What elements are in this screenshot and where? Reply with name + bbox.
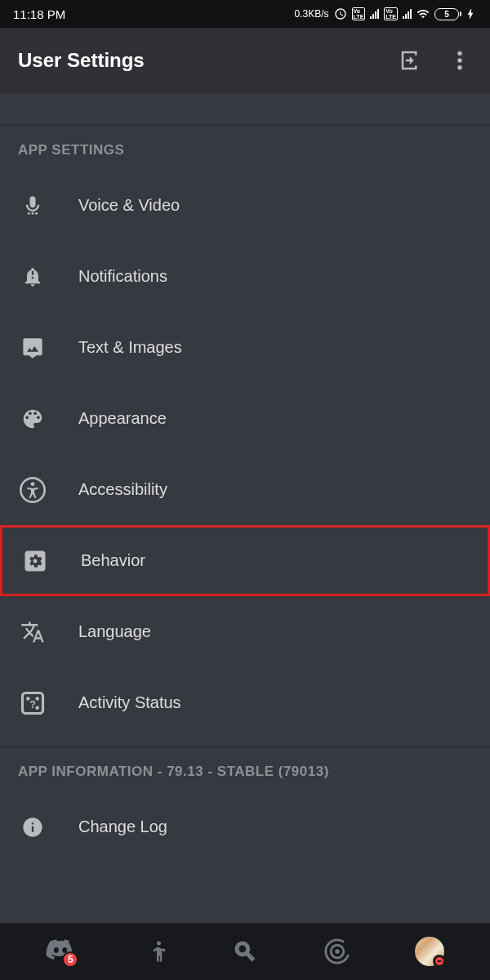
battery-icon: 5	[434, 8, 459, 20]
svg-point-11	[35, 697, 39, 701]
settings-item-change-log[interactable]: Change Log	[0, 791, 490, 862]
svg-point-12	[35, 706, 39, 710]
settings-item-voice-video[interactable]: Voice & Video	[0, 170, 490, 241]
gear-box-icon	[20, 546, 50, 576]
svg-point-7	[31, 482, 35, 486]
header-actions	[399, 48, 472, 73]
svg-point-3	[28, 212, 30, 214]
more-button[interactable]	[448, 48, 472, 73]
exit-button[interactable]	[399, 48, 423, 73]
search-icon	[233, 939, 257, 964]
nav-profile[interactable]	[412, 933, 448, 969]
nav-friends[interactable]	[135, 933, 171, 969]
svg-point-4	[31, 212, 33, 214]
svg-point-0	[457, 51, 461, 56]
settings-item-label: Language	[78, 622, 151, 641]
status-indicators: 0.3KB/s VoLTE VoLTE 5	[295, 7, 477, 20]
settings-item-label: Accessibility	[78, 480, 167, 499]
avatar	[415, 937, 444, 966]
volte-icon-2: VoLTE	[384, 7, 398, 20]
info-icon	[18, 813, 47, 842]
dice-icon: ?	[18, 688, 47, 718]
palette-icon	[18, 404, 47, 434]
bottom-nav: 5	[0, 923, 490, 980]
svg-point-16	[335, 949, 340, 954]
settings-item-activity-status[interactable]: ? Activity Status	[0, 667, 490, 738]
settings-item-label: Activity Status	[78, 693, 181, 712]
settings-item-accessibility[interactable]: Accessibility	[0, 454, 490, 525]
signal-icon-1	[370, 9, 379, 19]
wifi-icon	[416, 7, 430, 20]
alarm-icon	[334, 7, 347, 20]
settings-content: APP SETTINGS Voice & Video Notifications…	[0, 93, 490, 862]
section-header-app-settings: APP SETTINGS	[0, 126, 490, 170]
language-icon	[18, 617, 47, 647]
settings-item-appearance[interactable]: Appearance	[0, 383, 490, 454]
accessibility-icon	[18, 475, 47, 505]
friends-icon	[140, 939, 166, 964]
settings-item-label: Notifications	[78, 267, 167, 286]
data-rate: 0.3KB/s	[295, 8, 329, 20]
charging-icon	[464, 7, 477, 20]
settings-item-label: Text & Images	[78, 338, 182, 357]
settings-item-behavior[interactable]: Behavior	[0, 525, 490, 596]
signal-icon-2	[403, 9, 412, 19]
mentions-icon	[323, 938, 351, 965]
settings-item-label: Behavior	[81, 551, 145, 570]
nav-search[interactable]	[227, 933, 263, 969]
svg-point-2	[457, 65, 461, 69]
bell-icon	[18, 262, 47, 292]
header: User Settings	[0, 28, 490, 93]
notification-badge: 5	[62, 951, 78, 968]
microphone-icon	[18, 191, 47, 220]
image-icon	[18, 333, 47, 363]
volte-icon-1: VoLTE	[352, 7, 366, 20]
spacer	[0, 93, 490, 126]
section-header-app-information: APP INFORMATION - 79.13 - STABLE (79013)	[0, 747, 490, 791]
nav-mentions[interactable]	[319, 933, 355, 969]
settings-item-label: Voice & Video	[78, 196, 180, 215]
svg-point-1	[457, 58, 461, 62]
status-dnd-icon	[433, 955, 446, 968]
svg-point-5	[35, 212, 38, 214]
svg-text:?: ?	[29, 699, 36, 710]
more-vertical-icon	[457, 50, 463, 71]
settings-item-text-images[interactable]: Text & Images	[0, 312, 490, 383]
page-title: User Settings	[18, 49, 145, 72]
status-time: 11:18 PM	[13, 7, 65, 21]
svg-rect-8	[25, 550, 46, 571]
status-bar: 11:18 PM 0.3KB/s VoLTE VoLTE 5	[0, 0, 490, 28]
exit-icon	[399, 48, 423, 73]
settings-item-language[interactable]: Language	[0, 596, 490, 667]
settings-item-label: Appearance	[78, 409, 167, 428]
settings-item-label: Change Log	[78, 817, 167, 836]
nav-discord[interactable]: 5	[42, 933, 78, 969]
settings-item-notifications[interactable]: Notifications	[0, 241, 490, 312]
